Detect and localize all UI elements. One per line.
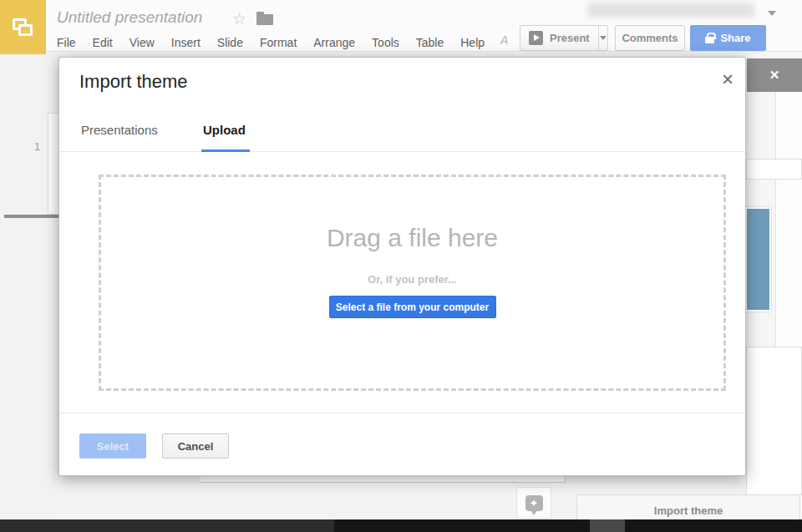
menu-arrange[interactable]: Arrange	[305, 33, 363, 52]
taskbar-segment	[0, 519, 334, 532]
dialog-title: Import theme	[79, 71, 188, 93]
taskbar-segment	[590, 519, 625, 532]
chevron-down-icon	[600, 36, 607, 40]
theme-thumbnail-card[interactable]	[746, 347, 802, 495]
lock-icon	[705, 37, 714, 43]
star-icon[interactable]: ☆	[232, 9, 246, 28]
themes-panel: ✕	[746, 52, 802, 519]
dialog-close-icon[interactable]: ×	[722, 69, 733, 89]
menu-view[interactable]: View	[121, 33, 163, 52]
theme-thumbnail-card[interactable]	[746, 159, 802, 180]
menu-bar: File Edit View Insert Slide Format Arran…	[48, 33, 493, 52]
slide-number: 1	[34, 140, 40, 153]
explore-button[interactable]: ✦	[516, 487, 551, 519]
menu-edit[interactable]: Edit	[84, 33, 121, 52]
present-button[interactable]: Present	[520, 26, 598, 50]
folder-icon[interactable]	[256, 14, 273, 25]
present-button-group: Present	[520, 25, 608, 51]
theme-thumbnail-selected[interactable]	[745, 207, 771, 312]
share-label: Share	[720, 32, 750, 44]
top-bar: Untitled presentation ☆ File Edit View I…	[0, 0, 802, 52]
comments-label: Comments	[622, 32, 678, 44]
slide-filmstrip-panel: 1	[0, 52, 58, 519]
drop-zone-heading: Drag a file here	[327, 224, 498, 252]
menu-insert[interactable]: Insert	[163, 33, 209, 52]
menu-file[interactable]: File	[48, 33, 84, 52]
status-text-fragment: A	[500, 33, 508, 47]
cancel-button[interactable]: Cancel	[162, 433, 229, 459]
taskbar	[0, 519, 802, 532]
account-name-redacted	[587, 3, 754, 18]
slide-thumbnail-edge	[4, 215, 58, 218]
select-button[interactable]: Select	[79, 433, 146, 459]
drop-zone-subtext: Or, if you prefer...	[368, 273, 457, 286]
share-button[interactable]: Share	[690, 25, 766, 51]
themes-panel-close-icon[interactable]: ✕	[769, 68, 780, 83]
present-label: Present	[550, 32, 590, 44]
play-icon	[529, 31, 543, 45]
document-title[interactable]: Untitled presentation	[57, 8, 202, 27]
menu-tools[interactable]: Tools	[363, 33, 408, 52]
import-theme-panel-label: Import theme	[654, 504, 723, 517]
menu-slide[interactable]: Slide	[209, 33, 251, 52]
footer-divider	[59, 413, 745, 413]
explore-icon: ✦	[525, 495, 543, 511]
import-theme-dialog: Import theme × Presentations Upload Drag…	[58, 57, 746, 476]
account-dropdown-caret-icon[interactable]	[768, 11, 776, 16]
dialog-tabs: Presentations Upload	[59, 116, 745, 152]
menu-table[interactable]: Table	[408, 33, 452, 52]
menu-help[interactable]: Help	[452, 33, 493, 52]
tab-upload[interactable]: Upload	[203, 123, 246, 137]
slides-logo-icon[interactable]	[0, 0, 46, 54]
slide-thumbnail[interactable]	[48, 113, 58, 215]
comments-button[interactable]: Comments	[615, 25, 685, 51]
active-tab-underline	[201, 149, 250, 152]
tab-presentations[interactable]: Presentations	[81, 123, 158, 137]
themes-panel-header: ✕	[747, 58, 802, 92]
present-options-button[interactable]	[598, 26, 607, 50]
select-file-button[interactable]: Select a file from your computer	[329, 296, 496, 318]
file-drop-zone[interactable]: Drag a file here Or, if you prefer... Se…	[99, 175, 726, 391]
menu-format[interactable]: Format	[251, 33, 305, 52]
